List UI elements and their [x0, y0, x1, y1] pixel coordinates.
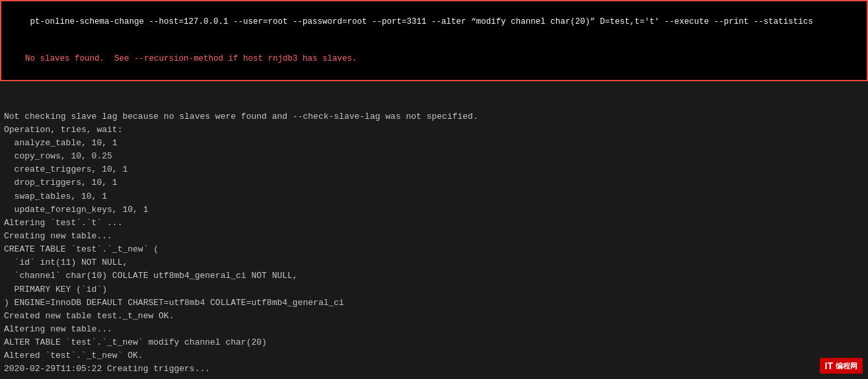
output-line: create_triggers, 10, 1	[4, 163, 864, 176]
output-line: Altered `test`.`_t_new` OK.	[4, 349, 864, 362]
output-line: Operation, tries, wait:	[4, 123, 864, 137]
output-line: Creating new table...	[4, 230, 864, 243]
output-line: ) ENGINE=InnoDB DEFAULT CHARSET=utf8mb4 …	[4, 296, 864, 310]
command-bar: pt-online-schema-change --host=127.0.0.1…	[0, 0, 868, 81]
output-line: 2020-02-29T11:05:22 Creating triggers...	[4, 362, 864, 376]
output-line: Created new table test._t_new OK.	[4, 310, 864, 323]
command-line-1: pt-online-schema-change --host=127.0.0.1…	[25, 17, 813, 26]
output-line: Altering `test`.`t` ...	[4, 217, 864, 230]
command-line-2: No slaves found. See --recursion-method …	[25, 54, 357, 63]
output-line: `id` int(11) NOT NULL,	[4, 256, 864, 269]
output-area: Not checking slave lag because no slaves…	[0, 81, 868, 380]
output-line: Not checking slave lag because no slaves…	[4, 110, 864, 123]
watermark-logo: IT	[825, 361, 833, 371]
output-line: copy_rows, 10, 0.25	[4, 150, 864, 163]
output-line: PRIMARY KEY (`id`)	[4, 283, 864, 296]
output-line: 2020-02-29T11:05:22 Created triggers OK.	[4, 376, 864, 379]
watermark: IT 编程网	[820, 358, 863, 374]
output-line: CREATE TABLE `test`.`_t_new` (	[4, 243, 864, 256]
output-line: Altering new table...	[4, 323, 864, 336]
terminal-container: pt-online-schema-change --host=127.0.0.1…	[0, 0, 868, 379]
output-line: analyze_table, 10, 1	[4, 137, 864, 150]
output-line: drop_triggers, 10, 1	[4, 176, 864, 190]
watermark-text: 编程网	[836, 361, 857, 371]
output-line: ALTER TABLE `test`.`_t_new` modify chann…	[4, 336, 864, 349]
output-line: swap_tables, 10, 1	[4, 190, 864, 203]
output-line: `channel` char(10) COLLATE utf8mb4_gener…	[4, 269, 864, 283]
output-line: update_foreign_keys, 10, 1	[4, 203, 864, 217]
